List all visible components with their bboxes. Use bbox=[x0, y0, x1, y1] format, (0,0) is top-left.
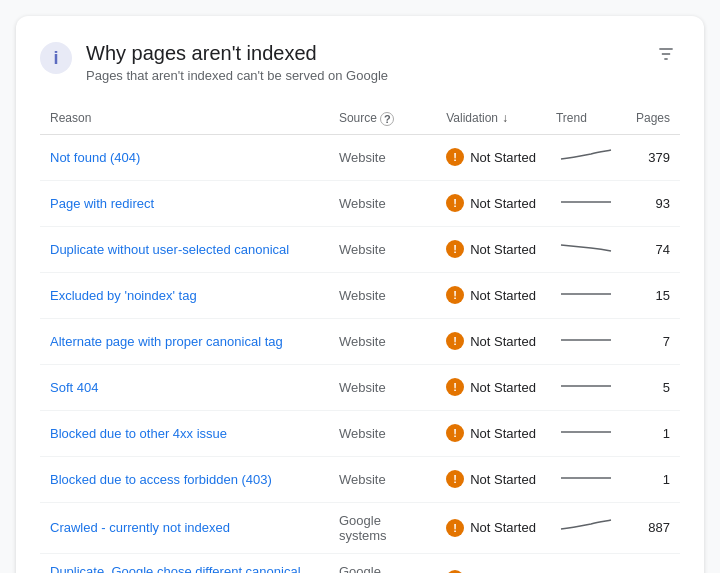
source-help-icon[interactable]: ? bbox=[380, 112, 394, 126]
cell-source: Website bbox=[329, 410, 436, 456]
col-pages: Pages bbox=[626, 103, 680, 134]
warning-icon: ! bbox=[446, 519, 464, 537]
warning-icon: ! bbox=[446, 286, 464, 304]
data-table: Reason Source ? Validation ↓ Trend Pages bbox=[40, 103, 680, 573]
validation-status: Not Started bbox=[470, 150, 536, 165]
info-icon: i bbox=[40, 42, 72, 74]
cell-validation: !Not Started bbox=[436, 410, 546, 456]
cell-reason: Not found (404) bbox=[40, 134, 329, 180]
table-row[interactable]: Page with redirectWebsite!Not Started93 bbox=[40, 180, 680, 226]
card-header: i Why pages aren't indexed Pages that ar… bbox=[40, 40, 680, 83]
table-row[interactable]: Duplicate, Google chose different canoni… bbox=[40, 553, 680, 573]
header-row: Reason Source ? Validation ↓ Trend Pages bbox=[40, 103, 680, 134]
main-card: i Why pages aren't indexed Pages that ar… bbox=[16, 16, 704, 573]
table-row[interactable]: Soft 404Website!Not Started5 bbox=[40, 364, 680, 410]
cell-source: Google systems bbox=[329, 553, 436, 573]
table-row[interactable]: Excluded by 'noindex' tagWebsite!Not Sta… bbox=[40, 272, 680, 318]
cell-pages: 379 bbox=[626, 134, 680, 180]
cell-source: Website bbox=[329, 180, 436, 226]
cell-reason: Alternate page with proper canonical tag bbox=[40, 318, 329, 364]
cell-reason: Excluded by 'noindex' tag bbox=[40, 272, 329, 318]
warning-icon: ! bbox=[446, 148, 464, 166]
table-body: Not found (404)Website!Not Started379Pag… bbox=[40, 134, 680, 573]
table-header: Reason Source ? Validation ↓ Trend Pages bbox=[40, 103, 680, 134]
cell-validation: !Not Started bbox=[436, 502, 546, 553]
col-source: Source ? bbox=[329, 103, 436, 134]
validation-status: Not Started bbox=[470, 196, 536, 211]
cell-pages: 1 bbox=[626, 456, 680, 502]
col-reason: Reason bbox=[40, 103, 329, 134]
cell-pages: 74 bbox=[626, 226, 680, 272]
validation-status: Not Started bbox=[470, 334, 536, 349]
validation-status: Not Started bbox=[470, 288, 536, 303]
cell-pages: 93 bbox=[626, 180, 680, 226]
header-left: i Why pages aren't indexed Pages that ar… bbox=[40, 40, 388, 83]
table-row[interactable]: Alternate page with proper canonical tag… bbox=[40, 318, 680, 364]
validation-status: Not Started bbox=[470, 242, 536, 257]
table-row[interactable]: Crawled - currently not indexedGoogle sy… bbox=[40, 502, 680, 553]
cell-source: Website bbox=[329, 134, 436, 180]
cell-validation: !Not Started bbox=[436, 226, 546, 272]
validation-status: Not Started bbox=[470, 520, 536, 535]
cell-reason: Crawled - currently not indexed bbox=[40, 502, 329, 553]
cell-pages: 5 bbox=[626, 364, 680, 410]
warning-icon: ! bbox=[446, 424, 464, 442]
cell-reason: Blocked due to other 4xx issue bbox=[40, 410, 329, 456]
cell-reason: Blocked due to access forbidden (403) bbox=[40, 456, 329, 502]
cell-validation: !Not Started bbox=[436, 456, 546, 502]
sort-icon[interactable]: ↓ bbox=[502, 111, 508, 125]
cell-reason: Duplicate, Google chose different canoni… bbox=[40, 553, 329, 573]
cell-validation: !Not Started bbox=[436, 364, 546, 410]
cell-pages: 7 bbox=[626, 318, 680, 364]
cell-source: Website bbox=[329, 272, 436, 318]
validation-status: Not Started bbox=[470, 426, 536, 441]
cell-reason: Duplicate without user-selected canonica… bbox=[40, 226, 329, 272]
cell-source: Website bbox=[329, 456, 436, 502]
cell-pages: 1 bbox=[626, 410, 680, 456]
cell-reason: Soft 404 bbox=[40, 364, 329, 410]
warning-icon: ! bbox=[446, 470, 464, 488]
table-row[interactable]: Blocked due to other 4xx issueWebsite!No… bbox=[40, 410, 680, 456]
validation-status: Not Started bbox=[470, 380, 536, 395]
cell-pages: 1 bbox=[626, 553, 680, 573]
cell-source: Website bbox=[329, 364, 436, 410]
cell-validation: !Not Started bbox=[436, 318, 546, 364]
cell-trend bbox=[546, 134, 626, 180]
cell-validation: !Not Started bbox=[436, 272, 546, 318]
cell-trend bbox=[546, 318, 626, 364]
cell-trend bbox=[546, 553, 626, 573]
cell-pages: 15 bbox=[626, 272, 680, 318]
cell-trend bbox=[546, 502, 626, 553]
header-text: Why pages aren't indexed Pages that aren… bbox=[86, 40, 388, 83]
warning-icon: ! bbox=[446, 332, 464, 350]
col-validation: Validation ↓ bbox=[436, 103, 546, 134]
col-trend: Trend bbox=[546, 103, 626, 134]
cell-source: Google systems bbox=[329, 502, 436, 553]
table-row[interactable]: Duplicate without user-selected canonica… bbox=[40, 226, 680, 272]
cell-trend bbox=[546, 456, 626, 502]
page-subtitle: Pages that aren't indexed can't be serve… bbox=[86, 68, 388, 83]
cell-validation: !Not Started bbox=[436, 553, 546, 573]
cell-trend bbox=[546, 364, 626, 410]
cell-trend bbox=[546, 272, 626, 318]
cell-trend bbox=[546, 226, 626, 272]
cell-trend bbox=[546, 410, 626, 456]
cell-reason: Page with redirect bbox=[40, 180, 329, 226]
cell-trend bbox=[546, 180, 626, 226]
cell-validation: !Not Started bbox=[436, 180, 546, 226]
page-title: Why pages aren't indexed bbox=[86, 40, 388, 66]
cell-validation: !Not Started bbox=[436, 134, 546, 180]
warning-icon: ! bbox=[446, 194, 464, 212]
cell-source: Website bbox=[329, 318, 436, 364]
warning-icon: ! bbox=[446, 240, 464, 258]
filter-icon[interactable] bbox=[652, 40, 680, 73]
cell-pages: 887 bbox=[626, 502, 680, 553]
table-row[interactable]: Blocked due to access forbidden (403)Web… bbox=[40, 456, 680, 502]
warning-icon: ! bbox=[446, 378, 464, 396]
validation-status: Not Started bbox=[470, 472, 536, 487]
table-row[interactable]: Not found (404)Website!Not Started379 bbox=[40, 134, 680, 180]
cell-source: Website bbox=[329, 226, 436, 272]
